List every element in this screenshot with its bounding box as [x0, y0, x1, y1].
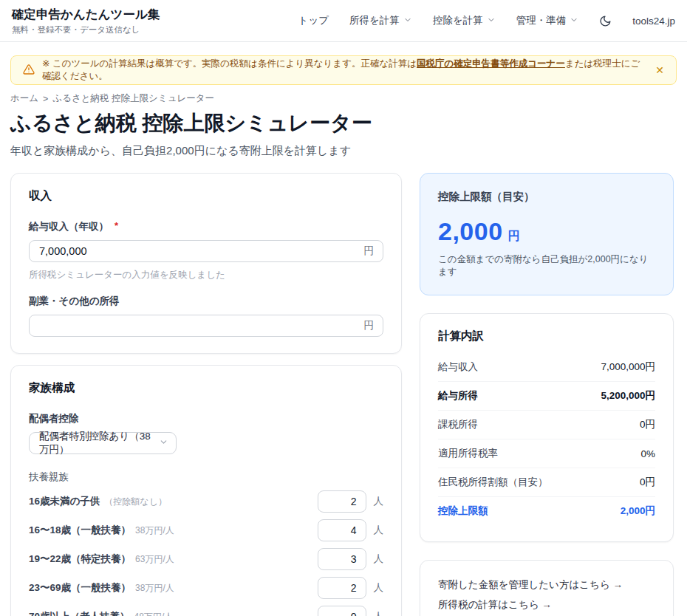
dependent-name: 19〜22歳（特定扶養） — [29, 552, 131, 566]
side-income-unit: 円 — [364, 319, 375, 332]
dependent-note: 48万円/人 — [134, 611, 174, 616]
salary-input-wrap: 円 — [29, 240, 383, 262]
salary-unit: 円 — [364, 244, 375, 258]
side-income-label: 副業・その他の所得 — [29, 295, 383, 308]
chevron-down-icon — [159, 437, 168, 449]
dependent-count-input-19-22[interactable] — [318, 548, 366, 570]
dependent-note: 38万円/人 — [135, 582, 174, 595]
breakdown-row-deduction-limit: 控除上限額 2,000円 — [438, 497, 655, 525]
dependent-count-input-16-18[interactable] — [318, 519, 366, 541]
related-links-card: 寄附した金額を管理したい方はこちら → 所得税の計算はこちら → 医療費控除の計… — [420, 560, 674, 616]
family-card-title: 家族構成 — [29, 380, 383, 396]
nta-link[interactable]: 国税庁の確定申告書等作成コーナー — [417, 58, 565, 69]
spouse-label-text: 配偶者控除 — [29, 412, 79, 425]
dependent-note: 38万円/人 — [135, 524, 174, 537]
link-donation-manager[interactable]: 寄附した金額を管理したい方はこちら → — [438, 578, 655, 592]
app-header: 確定申告かんたんツール集 無料・登録不要・データ送信なし トップ 所得を計算 控… — [0, 0, 687, 42]
dependent-count-input-23-69[interactable] — [318, 577, 366, 599]
dependent-name: 23〜69歳（一般扶養） — [29, 581, 131, 595]
spouse-select-value: 配偶者特別控除あり（38万円） — [39, 430, 159, 456]
breakdown-label: 給与所得 — [438, 389, 478, 403]
breakdown-value: 0% — [640, 448, 655, 459]
result-amount-row: 2,000 円 — [438, 217, 655, 246]
nav-manage-prepare[interactable]: 管理・準備 — [516, 14, 579, 27]
dependent-name: 70歳以上（老人扶養） — [29, 610, 130, 616]
nav-manage-label: 管理・準備 — [516, 14, 567, 27]
site-title: 確定申告かんたんツール集 — [12, 7, 160, 23]
breakdown-value: 5,200,000円 — [601, 389, 655, 403]
disclaimer-banner: ※ このツールの計算結果は概算です。実際の税額は条件により異なります。正確な計算… — [10, 55, 677, 85]
dependent-count-input-70plus[interactable] — [318, 606, 366, 616]
income-card: 収入 給与収入（年収） * 円 所得税シミュレーターの入力値を反映しました 副業… — [10, 173, 402, 354]
required-mark: * — [115, 220, 118, 233]
result-amount: 2,000 — [438, 217, 503, 246]
page-subtitle: 年収と家族構成から、自己負担2,000円になる寄附上限を計算します — [10, 144, 677, 158]
result-title: 控除上限額（目安） — [438, 190, 655, 204]
breakdown-row-resident-tax: 住民税所得割額（目安） 0円 — [438, 468, 655, 497]
person-unit: 人 — [374, 610, 384, 616]
breadcrumb-current: ふるさと納税 控除上限シミュレーター — [52, 92, 214, 105]
breakdown-label: 適用所得税率 — [438, 447, 498, 460]
dependent-name: 16歳未満の子供 — [29, 495, 100, 508]
person-unit: 人 — [374, 524, 384, 537]
main-nav: トップ 所得を計算 控除を計算 管理・準備 tools24.jp — [298, 14, 675, 27]
breakdown-label: 控除上限額 — [438, 504, 488, 518]
disclaimer-text: ※ このツールの計算結果は概算です。実際の税額は条件により異なります。正確な計算… — [42, 58, 648, 83]
result-unit: 円 — [508, 229, 520, 244]
banner-close-button[interactable]: ✕ — [655, 64, 664, 76]
nav-top[interactable]: トップ — [298, 14, 329, 27]
dependent-name: 16〜18歳（一般扶養） — [29, 524, 131, 537]
warning-icon — [23, 64, 35, 78]
spouse-label: 配偶者控除 — [29, 412, 383, 425]
person-unit: 人 — [374, 581, 384, 595]
dark-mode-toggle[interactable] — [599, 15, 612, 27]
breakdown-row-salary-income: 給与収入 7,000,000円 — [438, 353, 655, 382]
nav-deduction-calc[interactable]: 控除を計算 — [433, 14, 496, 27]
side-income-input-wrap: 円 — [29, 315, 383, 337]
chevron-down-icon — [487, 16, 496, 27]
result-caption: この金額までの寄附なら自己負担が2,000円になります — [438, 253, 655, 278]
nav-deduction-label: 控除を計算 — [433, 14, 483, 27]
spouse-select[interactable]: 配偶者特別控除あり（38万円） — [29, 432, 177, 454]
breakdown-title: 計算内訳 — [438, 329, 655, 344]
dependent-row-19-22: 19〜22歳（特定扶養） 63万円/人 人 — [29, 548, 383, 570]
dependent-note: 63万円/人 — [135, 553, 174, 566]
chevron-down-icon — [403, 16, 412, 27]
family-card: 家族構成 配偶者控除 配偶者特別控除あり（38万円） 扶養親族 16歳未満の子供… — [10, 365, 402, 616]
breakdown-card: 計算内訳 給与収入 7,000,000円 給与所得 5,200,000円 課税所… — [420, 313, 674, 542]
breakdown-label: 給与収入 — [438, 360, 478, 374]
link-income-tax-calc[interactable]: 所得税の計算はこちら → — [438, 598, 655, 612]
chevron-down-icon — [570, 16, 578, 27]
result-card: 控除上限額（目安） 2,000 円 この金額までの寄附なら自己負担が2,000円… — [420, 173, 674, 295]
breakdown-value: 0円 — [640, 418, 655, 431]
salary-hint: 所得税シミュレーターの入力値を反映しました — [29, 269, 383, 281]
nav-income-label: 所得を計算 — [349, 14, 400, 27]
salary-label: 給与収入（年収） * — [29, 220, 383, 233]
breakdown-rows: 給与収入 7,000,000円 給与所得 5,200,000円 課税所得 0円 … — [438, 353, 655, 525]
person-unit: 人 — [374, 552, 384, 566]
side-income-label-text: 副業・その他の所得 — [29, 295, 119, 308]
brand[interactable]: 確定申告かんたんツール集 無料・登録不要・データ送信なし — [12, 7, 160, 35]
nav-top-label: トップ — [298, 14, 329, 27]
income-card-title: 収入 — [29, 188, 383, 204]
breakdown-value: 7,000,000円 — [601, 360, 655, 374]
salary-input[interactable] — [29, 240, 383, 262]
site-tagline: 無料・登録不要・データ送信なし — [12, 24, 160, 35]
nav-income-calc[interactable]: 所得を計算 — [349, 14, 412, 27]
dependent-row-16-18: 16〜18歳（一般扶養） 38万円/人 人 — [29, 519, 383, 541]
breadcrumb-home[interactable]: ホーム — [10, 92, 38, 105]
breakdown-label: 住民税所得割額（目安） — [438, 476, 548, 489]
side-income-input[interactable] — [29, 315, 383, 337]
dependent-row-70plus: 70歳以上（老人扶養） 48万円/人 人 — [29, 606, 383, 616]
breakdown-label: 課税所得 — [438, 418, 478, 431]
dependent-count-input-under16[interactable] — [318, 490, 366, 513]
dependents-label: 扶養親族 — [29, 470, 383, 484]
breakdown-row-taxable-income: 課税所得 0円 — [438, 411, 655, 439]
disclaimer-prefix: ※ このツールの計算結果は概算です。実際の税額は条件により異なります。正確な計算… — [42, 58, 417, 69]
person-unit: 人 — [374, 495, 384, 508]
breakdown-value: 0円 — [640, 476, 655, 489]
dependent-note: （控除額なし） — [104, 496, 167, 508]
salary-label-text: 給与収入（年収） — [29, 220, 109, 233]
breakdown-row-tax-rate: 適用所得税率 0% — [438, 439, 655, 468]
breakdown-value: 2,000円 — [621, 504, 655, 518]
